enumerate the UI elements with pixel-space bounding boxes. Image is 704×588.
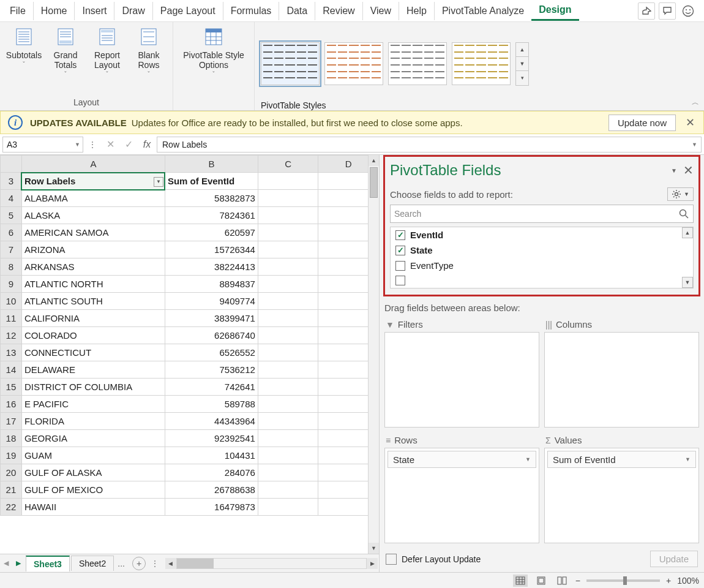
- field-list-settings-button[interactable]: ▼: [667, 187, 694, 201]
- cell[interactable]: ALASKA: [21, 207, 165, 224]
- tab-view[interactable]: View: [363, 2, 399, 20]
- sheet-tabs-overflow[interactable]: ...: [114, 559, 129, 568]
- cell[interactable]: COLORADO: [21, 327, 165, 344]
- row-header[interactable]: 19: [1, 447, 22, 464]
- cell[interactable]: FLORIDA: [21, 413, 165, 430]
- feedback-button[interactable]: [680, 2, 697, 20]
- name-box-options[interactable]: ⋮: [84, 140, 100, 149]
- zoom-slider[interactable]: [586, 579, 660, 582]
- report-layout-button[interactable]: Report Layout ˇ: [87, 26, 127, 81]
- tab-pivottable-analyze[interactable]: PivotTable Analyze: [435, 2, 531, 20]
- insert-function-button[interactable]: fx: [138, 139, 155, 150]
- sheet-tab-sheet2[interactable]: Sheet2: [71, 556, 114, 571]
- cell[interactable]: 92392541: [165, 430, 258, 447]
- cell[interactable]: [258, 344, 318, 361]
- cell[interactable]: ARKANSAS: [21, 258, 165, 276]
- row-header[interactable]: 4: [1, 190, 22, 207]
- scroll-thumb[interactable]: [370, 167, 378, 198]
- pivot-style-thumb-3[interactable]: [388, 42, 447, 85]
- cell[interactable]: [258, 481, 318, 499]
- row-header[interactable]: 12: [1, 327, 22, 344]
- cell[interactable]: [258, 396, 318, 413]
- row-header[interactable]: 13: [1, 344, 22, 361]
- cell[interactable]: GULF OF MEXICO: [21, 481, 165, 499]
- zoom-level[interactable]: 100%: [677, 576, 699, 586]
- cell[interactable]: [258, 464, 318, 481]
- gallery-up[interactable]: ▲: [516, 43, 528, 57]
- row-header[interactable]: 11: [1, 310, 22, 327]
- tab-formulas[interactable]: Formulas: [223, 2, 280, 20]
- tab-data[interactable]: Data: [279, 2, 315, 20]
- sheet-options[interactable]: ⋮: [146, 559, 164, 568]
- fieldlist-scroll-down[interactable]: ▼: [682, 277, 693, 288]
- blank-rows-button[interactable]: Blank Rows ˇ: [129, 26, 169, 81]
- cell[interactable]: [258, 276, 318, 293]
- zoom-out-button[interactable]: −: [575, 576, 580, 586]
- cell[interactable]: 38224413: [165, 258, 258, 276]
- sheet-tab-sheet3[interactable]: Sheet3: [26, 556, 70, 571]
- scroll-down-arrow[interactable]: ▼: [369, 543, 379, 554]
- cell[interactable]: [258, 258, 318, 276]
- cell[interactable]: 62686740: [165, 327, 258, 344]
- cell[interactable]: GULF OF ALASKA: [21, 464, 165, 481]
- view-page-break-button[interactable]: [555, 575, 569, 587]
- update-button[interactable]: Update: [650, 551, 698, 567]
- columns-dropzone[interactable]: [544, 332, 699, 428]
- grid[interactable]: A B C D 3 Row Labels▼ Sum of EventId 4AL…: [0, 155, 379, 554]
- select-all-corner[interactable]: [1, 156, 22, 173]
- defer-layout-checkbox[interactable]: [386, 554, 397, 565]
- col-header-b[interactable]: B: [165, 156, 258, 173]
- hscroll-left[interactable]: ◀: [165, 558, 176, 569]
- cell[interactable]: [258, 413, 318, 430]
- field-partial[interactable]: [391, 273, 693, 288]
- zoom-slider-knob[interactable]: [623, 576, 627, 585]
- cell-b3[interactable]: Sum of EventId: [165, 173, 258, 190]
- cell[interactable]: 26788638: [165, 481, 258, 499]
- cell[interactable]: [258, 293, 318, 310]
- field-state-checkbox[interactable]: ✓: [395, 246, 405, 255]
- cell[interactable]: ARIZONA: [21, 241, 165, 258]
- tab-file[interactable]: File: [2, 2, 34, 20]
- row-header[interactable]: 15: [1, 379, 22, 396]
- cell[interactable]: ATLANTIC SOUTH: [21, 293, 165, 310]
- cell[interactable]: ATLANTIC NORTH: [21, 276, 165, 293]
- row-header[interactable]: 5: [1, 207, 22, 224]
- row-header[interactable]: 17: [1, 413, 22, 430]
- cell[interactable]: 620597: [165, 224, 258, 241]
- cell[interactable]: 8894837: [165, 276, 258, 293]
- tab-home[interactable]: Home: [34, 2, 75, 20]
- name-box[interactable]: A3▼: [2, 137, 83, 153]
- pivot-style-thumb-1[interactable]: [261, 42, 320, 85]
- gallery-more[interactable]: ▾: [516, 71, 528, 85]
- filters-dropzone[interactable]: [384, 332, 539, 428]
- cell[interactable]: CONNECTICUT: [21, 344, 165, 361]
- field-search-input[interactable]: Search: [390, 205, 694, 223]
- cell[interactable]: 58382873: [165, 190, 258, 207]
- field-partial-checkbox[interactable]: [395, 276, 405, 285]
- tab-insert[interactable]: Insert: [75, 2, 114, 20]
- cell[interactable]: [258, 224, 318, 241]
- row-header[interactable]: 10: [1, 293, 22, 310]
- cell[interactable]: [258, 310, 318, 327]
- zoom-in-button[interactable]: +: [666, 576, 671, 586]
- row-header[interactable]: 9: [1, 276, 22, 293]
- hscroll-right[interactable]: ▶: [367, 558, 378, 569]
- cell[interactable]: ALABAMA: [21, 190, 165, 207]
- field-eventtype-checkbox[interactable]: [395, 261, 405, 271]
- grid-vertical-scrollbar[interactable]: ▲ ▼: [368, 155, 379, 554]
- subtotals-button[interactable]: Subtotals ˇ: [4, 26, 44, 71]
- tab-draw[interactable]: Draw: [114, 2, 152, 20]
- row-header[interactable]: 8: [1, 258, 22, 276]
- cell[interactable]: 16479873: [165, 499, 258, 516]
- cell[interactable]: [258, 430, 318, 447]
- cell[interactable]: [258, 190, 318, 207]
- col-header-c[interactable]: C: [258, 156, 318, 173]
- cell[interactable]: 742641: [165, 379, 258, 396]
- gallery-down[interactable]: ▼: [516, 57, 528, 71]
- field-eventid[interactable]: ✓EventId: [391, 227, 693, 243]
- row-header[interactable]: 20: [1, 464, 22, 481]
- col-header-a[interactable]: A: [21, 156, 165, 173]
- cell[interactable]: 44343964: [165, 413, 258, 430]
- values-dropzone[interactable]: Sum of EventId▼: [544, 448, 699, 543]
- scroll-up-arrow[interactable]: ▲: [369, 155, 379, 166]
